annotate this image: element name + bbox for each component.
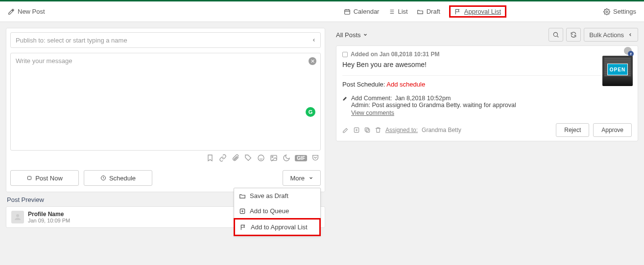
pencil-icon — [342, 95, 348, 101]
menu-add-queue-label: Add to Queue — [250, 207, 289, 215]
grammarly-icon[interactable]: G — [306, 107, 315, 117]
tab-approval-list[interactable]: Approval List — [449, 5, 506, 18]
moon-icon[interactable] — [282, 154, 291, 162]
tab-draft[interactable]: Draft — [417, 8, 440, 15]
image-icon[interactable] — [269, 154, 278, 162]
copy-post-icon[interactable] — [364, 127, 371, 133]
post-checkbox[interactable] — [342, 52, 348, 57]
schedule-label: Schedule — [109, 175, 136, 182]
new-post-button[interactable]: New Post — [8, 8, 45, 15]
top-nav: New Post Calendar List Draft Approval Li… — [0, 1, 644, 22]
view-comments-link[interactable]: View comments — [351, 110, 394, 116]
menu-save-draft[interactable]: Save as Draft — [234, 188, 320, 203]
queue-post-icon[interactable] — [353, 127, 360, 133]
refresh-icon — [570, 31, 577, 38]
publish-to-input[interactable]: Publish to: select or start typing a nam… — [10, 32, 321, 48]
tab-draft-label: Draft — [427, 8, 440, 15]
avatar — [11, 211, 24, 223]
menu-add-approval[interactable]: Add to Approval List — [234, 218, 321, 236]
preview-date: Jan 09, 10:09 PM — [28, 218, 70, 223]
add-schedule-link[interactable]: Add schedule — [386, 81, 425, 88]
bulk-actions-label: Bulk Actions — [589, 31, 624, 39]
menu-add-queue[interactable]: Add to Queue — [234, 203, 320, 219]
chevron-down-icon — [309, 176, 313, 180]
search-icon — [552, 31, 559, 38]
gif-icon[interactable]: GIF — [295, 155, 307, 161]
attachment-icon[interactable] — [231, 154, 240, 162]
emoji-icon[interactable] — [257, 154, 265, 162]
menu-save-draft-label: Save as Draft — [250, 192, 288, 199]
tab-calendar-label: Calendar — [354, 8, 380, 15]
compose-toolbar: GIF — [6, 151, 325, 166]
reject-button[interactable]: Reject — [556, 123, 589, 137]
post-card: f Added on Jan 08,2018 10:31 PM Hey Ben … — [336, 45, 638, 141]
flag-icon — [240, 224, 247, 231]
compose-actions: Post Now Schedule More Save as Draft — [6, 166, 325, 190]
chevron-down-icon — [363, 32, 368, 37]
tab-calendar[interactable]: Calendar — [344, 8, 380, 15]
publish-placeholder: Publish to: select or start typing a nam… — [16, 37, 127, 44]
svg-rect-12 — [365, 128, 368, 131]
calendar-icon — [344, 8, 351, 15]
flag-icon — [454, 8, 461, 15]
tab-settings[interactable]: Settings — [603, 8, 636, 15]
refresh-button[interactable] — [566, 28, 581, 42]
chevron-left-icon — [628, 32, 633, 37]
menu-add-approval-label: Add to Approval List — [251, 223, 308, 231]
chevron-left-icon — [311, 37, 316, 44]
comment-time: Jan 8,2018 10:52pm — [395, 95, 451, 102]
message-input[interactable]: Write your message ✕ G — [10, 53, 321, 151]
new-post-label: New Post — [18, 8, 45, 15]
card-footer: Assigned to: Grandma Betty Reject Approv… — [342, 123, 632, 137]
assigned-to-label[interactable]: Assigned to: — [385, 127, 418, 133]
approve-button[interactable]: Approve — [593, 123, 632, 137]
approve-label: Approve — [601, 127, 623, 133]
svg-rect-0 — [344, 9, 350, 14]
tab-settings-label: Settings — [613, 8, 636, 15]
post-thumbnail[interactable]: OPEN — [602, 56, 633, 86]
right-column: All Posts Bulk Actions f — [331, 22, 644, 265]
main-content: Publish to: select or start typing a nam… — [0, 22, 644, 265]
post-added-text: Added on Jan 08,2018 10:31 PM — [351, 51, 439, 58]
comment-label: Add Comment: — [351, 95, 392, 102]
social-badge: f — [624, 47, 633, 56]
preview-profile-name: Profile Name — [28, 211, 70, 218]
post-now-label: Post Now — [35, 175, 63, 182]
clear-icon[interactable]: ✕ — [309, 57, 316, 65]
svg-point-2 — [258, 155, 264, 161]
svg-point-9 — [554, 32, 558, 36]
compose-panel: Publish to: select or start typing a nam… — [6, 28, 325, 192]
square-icon — [26, 175, 32, 181]
tab-list-label: List — [398, 8, 407, 15]
more-button[interactable]: More — [283, 170, 321, 186]
plus-square-icon — [239, 208, 246, 215]
svg-rect-11 — [366, 129, 370, 132]
edit-icon — [8, 8, 15, 15]
svg-point-8 — [16, 214, 19, 217]
pocket-icon[interactable] — [311, 154, 320, 162]
tag-icon[interactable] — [244, 154, 253, 162]
bulk-actions-button[interactable]: Bulk Actions — [584, 28, 638, 42]
more-dropdown: Save as Draft Add to Queue Add to Approv… — [234, 188, 321, 236]
message-placeholder: Write your message — [16, 57, 72, 65]
divider — [342, 75, 632, 76]
delete-post-icon[interactable] — [375, 127, 382, 133]
all-posts-filter[interactable]: All Posts — [336, 31, 368, 39]
svg-rect-5 — [28, 177, 31, 180]
schedule-button[interactable]: Schedule — [84, 170, 152, 186]
edit-post-icon[interactable] — [342, 127, 349, 133]
gear-icon — [603, 8, 610, 15]
comment-block: Add Comment: Jan 8,2018 10:52pm Admin: P… — [342, 95, 632, 116]
link-icon[interactable] — [218, 154, 227, 162]
all-posts-label: All Posts — [336, 31, 361, 39]
tab-list[interactable]: List — [388, 8, 407, 15]
post-now-button[interactable]: Post Now — [10, 170, 79, 186]
admin-line: Admin: Post assigned to Grandma Betty. w… — [351, 102, 632, 109]
tab-approval-label: Approval List — [464, 8, 501, 15]
bookmark-icon[interactable] — [206, 154, 215, 162]
reject-label: Reject — [564, 127, 581, 133]
schedule-line: Post Schedule: Add schedule — [342, 81, 632, 88]
search-button[interactable] — [549, 28, 563, 42]
post-meta: Added on Jan 08,2018 10:31 PM — [342, 51, 632, 58]
svg-point-1 — [606, 11, 608, 13]
